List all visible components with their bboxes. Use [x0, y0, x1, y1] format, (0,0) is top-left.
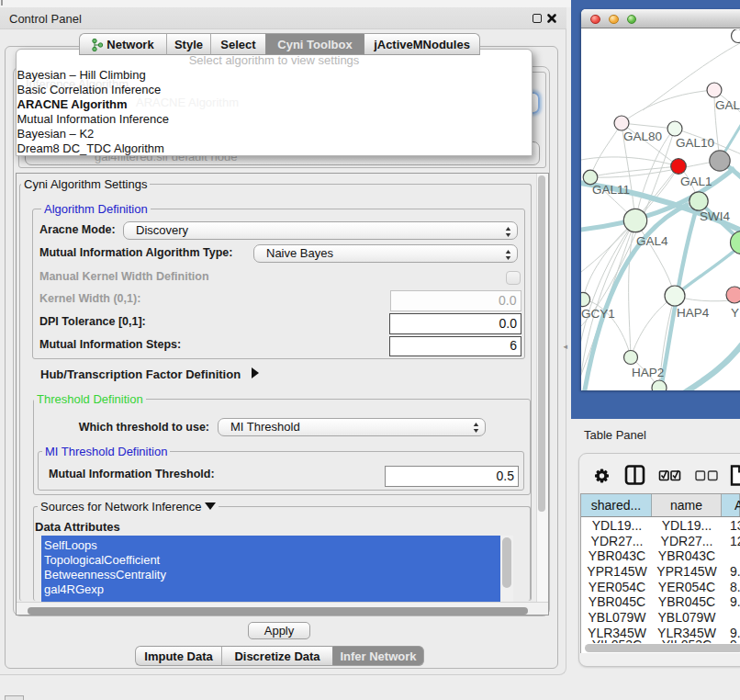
svg-text:GAL1: GAL1	[680, 175, 712, 188]
svg-text:SWI4: SWI4	[700, 209, 730, 223]
svg-text:GAL4: GAL4	[636, 234, 668, 248]
svg-text:GAL80: GAL80	[623, 130, 662, 143]
svg-text:GAL10: GAL10	[676, 136, 714, 150]
svg-text:Y: Y	[731, 306, 739, 320]
svg-text:HAP2: HAP2	[632, 366, 664, 379]
svg-text:HAP4: HAP4	[677, 306, 710, 320]
svg-text:GCY1: GCY1	[581, 307, 615, 321]
svg-text:GAL7: GAL7	[715, 98, 740, 112]
svg-text:GAL11: GAL11	[592, 183, 630, 197]
